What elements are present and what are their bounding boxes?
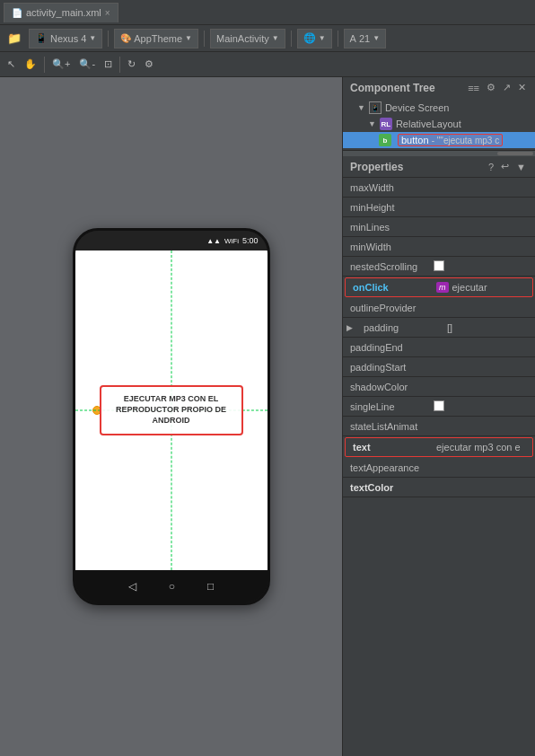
prop-padding: ▶ padding [] bbox=[343, 318, 535, 338]
prop-value-paddingend bbox=[428, 345, 535, 350]
actual-size-button[interactable]: ⊡ bbox=[101, 57, 116, 72]
separator-1 bbox=[108, 31, 109, 47]
refresh-button[interactable]: ↻ bbox=[124, 57, 139, 72]
prop-value-textcolor bbox=[428, 485, 535, 490]
button-tree-icon: b bbox=[379, 134, 391, 146]
help-icon[interactable]: ? bbox=[487, 161, 496, 173]
mainactivity-dropdown[interactable]: MainActivity ▼ bbox=[210, 29, 285, 48]
component-tree-actions: ≡≡ ⚙ ↗ ✕ bbox=[466, 81, 528, 94]
wifi-icon: ▲▲ bbox=[206, 237, 221, 245]
prop-text: text ejecutar mp3 con e bbox=[345, 437, 533, 457]
prop-name-paddingend: paddingEnd bbox=[343, 339, 428, 356]
toolbar-2: ↖ ✋ 🔍+ 🔍- ⊡ ↻ ⚙ bbox=[0, 52, 535, 77]
nexus-chevron-icon: ▼ bbox=[89, 34, 96, 42]
zoom-in-button[interactable]: 🔍+ bbox=[48, 57, 74, 72]
singleline-checkbox[interactable] bbox=[434, 400, 444, 411]
tree-arrow-device: ▼ bbox=[357, 103, 365, 112]
onclick-method-name: ejecutar bbox=[452, 282, 487, 293]
prop-name-minwidth: minWidth bbox=[343, 239, 428, 255]
right-panel: Component Tree ≡≡ ⚙ ↗ ✕ ▼ 📱 Device Scree… bbox=[342, 77, 535, 756]
phone-screen: EJECUTAR MP3 CON EL REPRODUCTOR PROPIO D… bbox=[75, 251, 268, 570]
tree-device-label: Device Screen bbox=[385, 102, 450, 113]
tree-content: ▼ 📱 Device Screen ▼ RL RelativeLayout b … bbox=[343, 98, 535, 150]
apptheme-dropdown[interactable]: 🎨 AppTheme ▼ bbox=[114, 29, 198, 48]
properties-header: Properties ? ↩ ▼ bbox=[343, 156, 535, 178]
button-wrapper: EJECUTAR MP3 CON EL REPRODUCTOR PROPIO D… bbox=[100, 385, 243, 435]
undo-icon[interactable]: ↩ bbox=[499, 160, 511, 173]
fit-icon: ⊡ bbox=[104, 58, 112, 70]
zoom-out-icon: 🔍- bbox=[79, 58, 95, 70]
cursor-icon: ↖ bbox=[7, 58, 15, 70]
tab-bar: 📄 activity_main.xml × bbox=[0, 0, 535, 25]
phone-nav-bar: ◁ ○ □ bbox=[75, 570, 268, 602]
prop-value-text[interactable]: ejecutar mp3 con e bbox=[431, 439, 532, 455]
prop-name-maxwidth: maxWidth bbox=[343, 180, 428, 196]
relativelayout-icon: RL bbox=[380, 118, 392, 130]
prop-textcolor: textColor bbox=[343, 478, 535, 497]
nestedscrolling-checkbox[interactable] bbox=[434, 260, 444, 271]
prop-paddingstart: paddingStart bbox=[343, 357, 535, 377]
api-dropdown[interactable]: A 21 ▼ bbox=[344, 29, 387, 48]
apptheme-chevron-icon: ▼ bbox=[185, 34, 192, 42]
component-tree-title: Component Tree bbox=[350, 82, 435, 94]
new-button[interactable]: 📁 bbox=[4, 30, 25, 47]
phone-status-icons: ▲▲ WiFi 5:00 bbox=[206, 236, 258, 245]
prop-singleline: singleLine bbox=[343, 397, 535, 417]
prop-minheight: minHeight bbox=[343, 198, 535, 217]
home-nav-icon[interactable]: ○ bbox=[169, 580, 175, 593]
padding-expand-icon[interactable]: ▶ bbox=[343, 323, 356, 332]
new-icon: 📁 bbox=[7, 31, 22, 45]
properties-actions: ? ↩ ▼ bbox=[487, 160, 528, 173]
api-icon: A bbox=[350, 33, 356, 44]
prop-textappearance: textAppearance bbox=[343, 458, 535, 478]
button-preview[interactable]: EJECUTAR MP3 CON EL REPRODUCTOR PROPIO D… bbox=[100, 385, 243, 435]
recents-nav-icon[interactable]: □ bbox=[207, 580, 214, 593]
file-tab[interactable]: 📄 activity_main.xml × bbox=[4, 3, 118, 22]
api-chevron-icon: ▼ bbox=[373, 34, 380, 42]
properties-title: Properties bbox=[350, 161, 403, 173]
tree-row-button[interactable]: b button - ""ejecuta mp3 c bbox=[343, 132, 535, 148]
phone-icon: 📱 bbox=[35, 32, 48, 44]
back-nav-icon[interactable]: ◁ bbox=[128, 580, 136, 593]
settings-button[interactable]: ⚙ bbox=[141, 57, 157, 72]
tree-row-device[interactable]: ▼ 📱 Device Screen bbox=[343, 100, 535, 116]
prop-value-padding: [] bbox=[442, 320, 535, 336]
zoom-out-button[interactable]: 🔍- bbox=[75, 57, 99, 72]
pan-tool-button[interactable]: ✋ bbox=[21, 57, 40, 72]
prop-maxwidth: maxWidth bbox=[343, 178, 535, 198]
prop-name-shadowcolor: shadowColor bbox=[343, 379, 428, 395]
phone-status-bar: ▲▲ WiFi 5:00 bbox=[75, 231, 268, 251]
separator-2 bbox=[204, 31, 205, 47]
toolbar-1: 📁 📱 Nexus 4 ▼ 🎨 AppTheme ▼ MainActivity … bbox=[0, 25, 535, 52]
gear-icon: ⚙ bbox=[145, 58, 153, 70]
tree-row-relativelayout[interactable]: ▼ RL RelativeLayout bbox=[343, 116, 535, 132]
refresh-icon: ↻ bbox=[127, 58, 136, 70]
api-label: 21 bbox=[359, 33, 370, 44]
prop-name-minlines: minLines bbox=[343, 219, 428, 235]
close-tree-icon[interactable]: ✕ bbox=[516, 81, 528, 94]
mainactivity-chevron-icon: ▼ bbox=[272, 34, 279, 42]
prop-value-maxwidth bbox=[428, 185, 535, 190]
filter-icon[interactable]: ▼ bbox=[514, 161, 528, 173]
file-icon: 📄 bbox=[12, 8, 22, 18]
settings-tree-icon[interactable]: ⚙ bbox=[485, 81, 497, 94]
nexus-label: Nexus 4 bbox=[50, 33, 86, 44]
locale-dropdown[interactable]: 🌐 ▼ bbox=[297, 29, 332, 48]
prop-value-minheight bbox=[428, 205, 535, 210]
separator-6 bbox=[119, 57, 120, 73]
component-tree-section: Component Tree ≡≡ ⚙ ↗ ✕ ▼ 📱 Device Scree… bbox=[343, 77, 535, 151]
nexus-dropdown[interactable]: 📱 Nexus 4 ▼ bbox=[29, 29, 102, 48]
prop-onclick: onClick m ejecutar bbox=[345, 277, 533, 297]
panel-separator bbox=[343, 151, 535, 156]
tab-close-button[interactable]: × bbox=[105, 8, 110, 18]
sort-icon[interactable]: ≡≡ bbox=[466, 82, 481, 94]
prop-name-onclick: onClick bbox=[346, 279, 431, 295]
prop-name-paddingstart: paddingStart bbox=[343, 359, 428, 375]
prop-name-text: text bbox=[346, 439, 431, 455]
select-tool-button[interactable]: ↖ bbox=[4, 57, 19, 72]
tree-relativelayout-label: RelativeLayout bbox=[396, 119, 461, 129]
phone-mockup: ▲▲ WiFi 5:00 EJECUTAR MP3 CON EL REPRODU… bbox=[73, 228, 270, 605]
expand-icon[interactable]: ↗ bbox=[501, 81, 513, 94]
prop-value-statelistanimat bbox=[428, 424, 535, 429]
prop-paddingend: paddingEnd bbox=[343, 338, 535, 357]
